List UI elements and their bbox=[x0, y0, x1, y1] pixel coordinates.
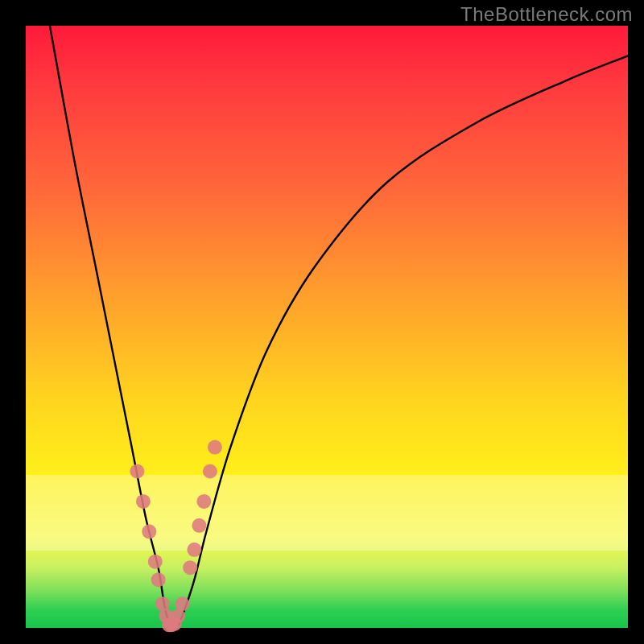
marker-dot bbox=[208, 440, 222, 455]
marker-dot bbox=[130, 464, 144, 479]
watermark-text: TheBottleneck.com bbox=[460, 3, 633, 26]
chart-frame: TheBottleneck.com bbox=[0, 0, 644, 644]
marker-dot bbox=[142, 524, 156, 539]
marker-dot bbox=[196, 494, 211, 509]
bottleneck-curve bbox=[50, 26, 628, 630]
marker-dot bbox=[192, 518, 206, 533]
curve-layer bbox=[26, 26, 628, 628]
marker-dot bbox=[183, 560, 197, 575]
marker-dot bbox=[175, 597, 190, 611]
marker-dot bbox=[203, 464, 217, 479]
marker-dot bbox=[148, 555, 163, 569]
marker-dot bbox=[136, 494, 151, 509]
marker-dot bbox=[187, 543, 201, 557]
marker-dot bbox=[151, 572, 166, 587]
plot-area bbox=[26, 26, 628, 628]
marker-cluster bbox=[130, 440, 222, 633]
